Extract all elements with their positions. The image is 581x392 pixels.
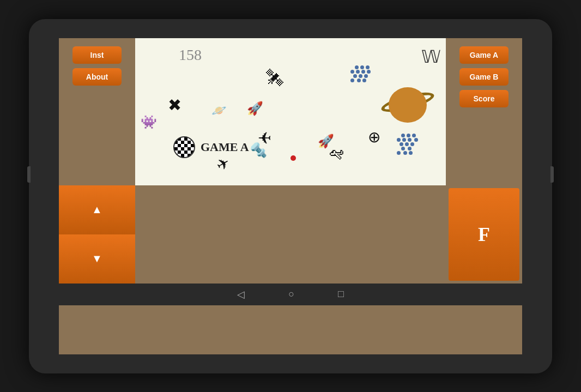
crown-icon: 𝕎 <box>421 46 440 67</box>
ringed-planet-icon: 🪐 <box>211 104 226 118</box>
game-a-text: GAME A <box>201 140 249 154</box>
game-b-button[interactable]: Game B <box>459 68 509 86</box>
shuttle-icon: 🚀 <box>247 101 263 116</box>
inst-button[interactable]: Inst <box>72 46 122 64</box>
satellite-icon: 🛰 <box>266 68 283 88</box>
crosshair-icon: ✖ <box>168 95 181 114</box>
top-bar: Inst About 158 𝕎 <box>59 38 522 185</box>
up-button[interactable]: ▲ <box>59 185 135 234</box>
red-dot <box>290 155 296 161</box>
right-panel-top: Game A Game B Score <box>446 38 522 185</box>
left-side-button <box>27 166 31 183</box>
home-button[interactable]: ○ <box>288 288 294 300</box>
saturn-body <box>389 87 427 123</box>
checkered-ball <box>173 136 195 158</box>
game-label: GAME A <box>173 136 249 158</box>
center-bottom-area <box>135 185 446 284</box>
f-button[interactable]: F <box>449 188 519 281</box>
saturn-planet <box>386 82 429 125</box>
right-controls: F <box>446 185 522 284</box>
recent-button[interactable]: □ <box>338 288 344 300</box>
score-button[interactable]: Score <box>459 90 509 107</box>
capsule-icon: 🔩 <box>250 142 267 159</box>
target-icon: ⊕ <box>368 128 380 146</box>
right-side-button <box>550 166 554 183</box>
middle-section: ▲ ▼ F <box>59 185 522 284</box>
device-screen: Inst About 158 𝕎 <box>59 38 522 354</box>
game-a-button[interactable]: Game A <box>459 46 509 64</box>
score-display: 158 <box>179 46 202 64</box>
left-controls: ▲ ▼ <box>59 185 135 284</box>
back-button[interactable]: ◁ <box>237 288 245 300</box>
alien-icon: 👾 <box>141 114 157 130</box>
rocket-small-icon: 🚀 <box>318 134 334 149</box>
game-area[interactable]: 158 𝕎 <box>135 38 446 185</box>
nav-bar: ◁ ○ □ <box>59 284 522 305</box>
about-button[interactable]: About <box>72 68 122 86</box>
device-frame: Inst About 158 𝕎 <box>29 19 552 373</box>
left-panel-top: Inst About <box>59 38 135 185</box>
down-button[interactable]: ▼ <box>59 234 135 284</box>
